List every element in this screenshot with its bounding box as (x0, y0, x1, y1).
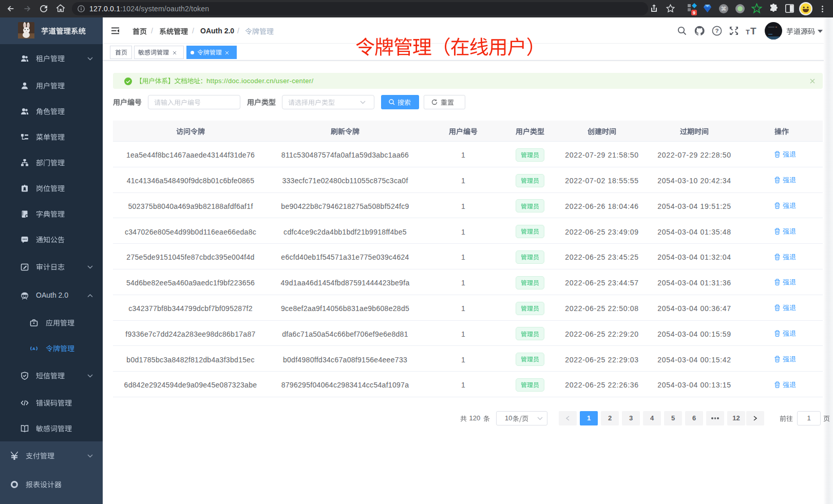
svg-text:9: 9 (693, 10, 695, 15)
svg-text:T: T (750, 26, 756, 35)
svg-text:?: ? (715, 28, 718, 34)
svg-text:A: A (32, 346, 35, 351)
svg-text:⌘: ⌘ (721, 6, 727, 12)
svg-text:T: T (746, 28, 750, 35)
